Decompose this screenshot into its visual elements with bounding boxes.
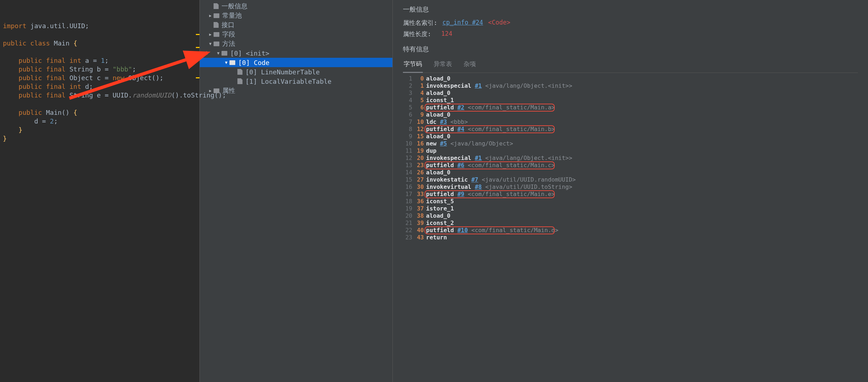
opcode: iconst_5: [426, 198, 454, 205]
code-line[interactable]: public final int d;: [3, 82, 197, 91]
gutter-mark: [196, 47, 199, 48]
bytecode-row[interactable]: 1630invokevirtual #8 <java/util/UUID.toS…: [403, 183, 858, 191]
code-line[interactable]: public final String e = UUID.randomUUID(…: [3, 91, 197, 100]
bytecode-row[interactable]: 10aload_0: [403, 75, 858, 82]
bytecode-row[interactable]: 34aload_0: [403, 90, 858, 97]
bytecode-row[interactable]: 21invokespecial #1 <java/lang/Object.<in…: [403, 82, 858, 90]
code-line[interactable]: public final String b = "bbb";: [3, 65, 197, 74]
code-line[interactable]: [3, 48, 197, 56]
tree-item[interactable]: 接口: [200, 20, 392, 30]
tree-item-label: [0] <init>: [230, 49, 269, 57]
bytecode-row[interactable]: 1836iconst_5: [403, 198, 858, 205]
opcode: putfield: [426, 162, 454, 169]
opcode: aload_0: [426, 169, 450, 176]
opcode: aload_0: [426, 75, 450, 82]
constant-ref-link[interactable]: #9: [457, 191, 464, 197]
details-panel: 一般信息 属性名索引: cp_info #24 <Code> 属性长度: 124…: [392, 0, 868, 382]
bytecode-row[interactable]: 1119dup: [403, 147, 858, 155]
tab-2[interactable]: 杂项: [463, 58, 477, 73]
tree-item[interactable]: ▶常量池: [200, 11, 392, 20]
bytecode-row[interactable]: 812putfield #4 <com/final_static/Main.b>: [403, 126, 858, 133]
bytecode-comment: <com/final_static/Main.d>: [471, 227, 558, 234]
file-icon: [237, 69, 242, 75]
detail-tabs: 字节码异常表杂项: [403, 58, 858, 73]
constant-ref-link[interactable]: #4: [457, 126, 464, 133]
opcode: ldc: [426, 118, 437, 125]
tree-item[interactable]: 一般信息: [200, 1, 392, 11]
bytecode-row[interactable]: 710ldc #3 <bbb>: [403, 118, 858, 126]
constant-ref-link[interactable]: #2: [457, 104, 464, 111]
code-editor[interactable]: import java.util.UUID; public class Main…: [0, 0, 199, 382]
tree-item-label: [0] LineNumberTable: [245, 68, 320, 76]
expand-toggle-icon[interactable]: ▶: [208, 32, 213, 37]
opcode: iconst_2: [426, 220, 454, 226]
code-line[interactable]: public class Main {: [3, 39, 197, 48]
expand-toggle-icon[interactable]: ▼: [224, 60, 229, 65]
code-line[interactable]: public Main() {: [3, 108, 197, 117]
bytecode-row[interactable]: 1016new #5 <java/lang/Object>: [403, 140, 858, 147]
code-line[interactable]: [3, 30, 197, 39]
bytecode-row[interactable]: 1733putfield #9 <com/final_static/Main.e…: [403, 191, 858, 198]
constant-ref-link[interactable]: #8: [475, 183, 482, 190]
folder-icon: [214, 88, 219, 93]
bytecode-listing[interactable]: 10aload_021invokespecial #1 <java/lang/O…: [403, 75, 858, 241]
constant-ref-link[interactable]: #1: [475, 155, 482, 161]
constant-ref-link[interactable]: #5: [440, 140, 447, 147]
tree-item[interactable]: ▼[0] Code: [200, 58, 392, 67]
tree-item-label: 字段: [222, 30, 235, 39]
bytecode-row[interactable]: 2240putfield #10 <com/final_static/Main.…: [403, 227, 858, 234]
code-line[interactable]: d = 2;: [3, 117, 197, 126]
code-line[interactable]: public final int a = 1;: [3, 56, 197, 65]
bytecode-row[interactable]: 1220invokespecial #1 <java/lang/Object.<…: [403, 155, 858, 162]
constant-ref-link[interactable]: #3: [440, 118, 447, 125]
bytecode-row[interactable]: 45iconst_1: [403, 97, 858, 104]
bytecode-comment: <java/lang/Object>: [450, 140, 513, 147]
opcode: dup: [426, 147, 437, 154]
attr-len-value: 124: [441, 30, 452, 38]
tab-1[interactable]: 异常表: [433, 58, 453, 73]
tree-item[interactable]: ▶字段: [200, 30, 392, 39]
tree-item[interactable]: [0] LineNumberTable: [200, 67, 392, 77]
tree-item[interactable]: ▼[0] <init>: [200, 48, 392, 58]
bytecode-row[interactable]: 1323putfield #6 <com/final_static/Main.c…: [403, 162, 858, 169]
bytecode-row[interactable]: 915aload_0: [403, 133, 858, 140]
bytecode-comment: <com/final_static/Main.e>: [468, 191, 555, 197]
tree-item[interactable]: ▼方法: [200, 39, 392, 48]
bytecode-row[interactable]: 2139iconst_2: [403, 220, 858, 227]
gutter-mark: [196, 34, 199, 35]
constant-ref-link[interactable]: #1: [475, 82, 482, 89]
bytecode-row[interactable]: 56putfield #2 <com/final_static/Main.a>: [403, 104, 858, 111]
bytecode-row[interactable]: 2038aload_0: [403, 212, 858, 220]
folder-icon: [214, 42, 219, 46]
folder-icon: [229, 60, 235, 65]
opcode: putfield: [426, 104, 454, 111]
code-line[interactable]: }: [3, 134, 197, 143]
structure-tree[interactable]: 一般信息▶常量池接口▶字段▼方法▼[0] <init>▼[0] Code[0] …: [199, 0, 392, 382]
bytecode-row[interactable]: 1527invokestatic #7 <java/util/UUID.rand…: [403, 176, 858, 183]
constant-ref-link[interactable]: #6: [457, 162, 464, 169]
expand-toggle-icon[interactable]: ▼: [216, 51, 221, 56]
tree-item[interactable]: [1] LocalVariableTable: [200, 77, 392, 86]
opcode: invokevirtual: [426, 183, 471, 190]
bytecode-row[interactable]: 2343return: [403, 234, 858, 241]
attr-name-row: 属性名索引: cp_info #24 <Code>: [403, 19, 858, 27]
bytecode-row[interactable]: 1426aload_0: [403, 169, 858, 176]
opcode: aload_0: [426, 212, 450, 219]
bytecode-comment: <java/util/UUID.randomUUID>: [482, 176, 576, 183]
constant-ref-link[interactable]: #10: [457, 227, 468, 234]
code-line[interactable]: [3, 100, 197, 108]
constant-ref-link[interactable]: #7: [471, 176, 478, 183]
code-line[interactable]: }: [3, 126, 197, 134]
code-line[interactable]: public final Object c = new Object();: [3, 74, 197, 82]
expand-toggle-icon[interactable]: ▼: [208, 42, 213, 46]
opcode: istore_1: [426, 205, 454, 212]
attr-name-link[interactable]: cp_info #24: [442, 19, 483, 27]
tree-item[interactable]: ▶属性: [200, 86, 392, 95]
tab-0[interactable]: 字节码: [403, 58, 423, 73]
bytecode-row[interactable]: 69aload_0: [403, 111, 858, 118]
code-line[interactable]: import java.util.UUID;: [3, 22, 197, 30]
bytecode-row[interactable]: 1937istore_1: [403, 205, 858, 212]
expand-toggle-icon[interactable]: ▶: [208, 13, 213, 18]
file-icon: [214, 3, 219, 9]
opcode: iconst_1: [426, 97, 454, 104]
